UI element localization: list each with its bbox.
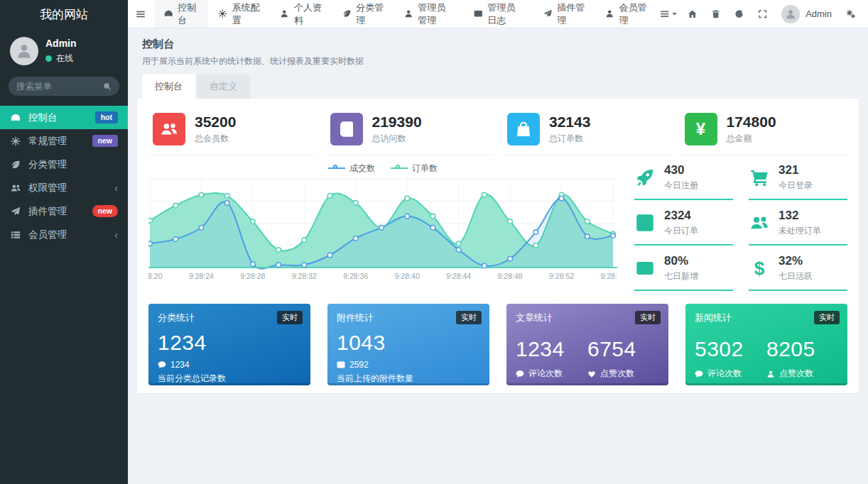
tab-label: 插件管理	[557, 1, 585, 27]
topbar: 控制台 系统配置 个人资料 分类管理 管理员管理 管理员日志 插件管理 会员管	[128, 0, 868, 28]
card-sub-value: 2592	[349, 360, 369, 370]
metric-value: 1234	[516, 337, 587, 361]
home-icon	[688, 9, 698, 19]
tab-category[interactable]: 分类管理	[332, 0, 394, 28]
yen-tile: ¥	[685, 113, 717, 145]
stat-label: 总订单数	[549, 133, 590, 145]
shopping-bag-icon	[515, 121, 532, 138]
sidebar-item-auth[interactable]: 权限管理 ‹	[0, 176, 128, 199]
stat-value: 430	[664, 163, 698, 177]
search-input[interactable]	[16, 82, 99, 92]
bag-tile	[507, 113, 540, 145]
main-content: 控制台 用于展示当前系统中的统计数据、统计报表及重要实时数据 控制台 自定义 3…	[128, 28, 868, 484]
avatar	[10, 37, 38, 65]
user-panel: Admin 在线	[0, 30, 128, 74]
chart-line-icon	[634, 214, 656, 232]
user-menu[interactable]: Admin	[774, 5, 839, 23]
stat-value: 321	[779, 163, 813, 177]
metric-value: 5302	[695, 337, 766, 361]
quick-stat-logins: 321 今日登录	[749, 161, 847, 200]
paper-plane-icon	[543, 9, 553, 18]
tab-member[interactable]: 会员管理	[595, 0, 657, 28]
sidebar-item-label: 控制台	[28, 111, 88, 124]
content-tabs: 控制台 自定义	[142, 75, 868, 99]
users-icon	[10, 183, 21, 193]
stat-label: 总访问数	[372, 133, 422, 145]
heart-icon	[587, 370, 596, 378]
chevron-left-icon: ‹	[114, 182, 118, 193]
hamburger-icon	[136, 9, 146, 19]
card-attachment-stats: 附件统计 实时 1043 2592 当前上传的附件数量	[327, 304, 489, 385]
sidebar-item-member[interactable]: 会员管理 ‹	[0, 223, 128, 246]
sidebar-item-label: 权限管理	[28, 182, 107, 194]
content-tab-dashboard[interactable]: 控制台	[142, 75, 195, 99]
sidebar-item-general[interactable]: 常规管理 new	[0, 129, 128, 153]
log-icon	[474, 9, 483, 18]
tab-addon[interactable]: 插件管理	[533, 0, 595, 28]
legend-item[interactable]: 成交数	[328, 163, 375, 175]
newspaper-icon	[634, 259, 656, 277]
orders-chart: 成交数订单数 9:28:209:28:249:28:289:28:329:28:…	[148, 161, 617, 291]
site-title: 我的网站	[0, 0, 128, 30]
trash-icon	[711, 9, 721, 19]
user-name: Admin	[805, 9, 832, 19]
book-tile	[330, 113, 363, 145]
sidebar-item-label: 常规管理	[28, 135, 85, 148]
tab-label: 分类管理	[356, 1, 384, 27]
search-icon[interactable]	[103, 82, 112, 91]
realtime-badge: 实时	[635, 311, 661, 324]
tab-admin[interactable]: 管理员管理	[394, 0, 464, 28]
rocket-icon	[634, 168, 656, 187]
svg-text:9:28:56: 9:28:56	[600, 272, 617, 280]
refresh-button[interactable]	[727, 0, 751, 28]
tab-label: 个人资料	[294, 1, 322, 27]
metric-label-text: 评论次数	[707, 368, 742, 380]
metric-likes: 8205 点赞次数	[766, 331, 838, 380]
tab-label: 管理员日志	[487, 1, 523, 27]
chart-legend: 成交数订单数	[148, 161, 617, 175]
stat-value: 132	[779, 209, 821, 223]
tab-profile[interactable]: 个人资料	[270, 0, 332, 28]
user-icon	[605, 9, 614, 18]
legend-item[interactable]: 订单数	[391, 163, 438, 175]
sidebar-item-dashboard[interactable]: 控制台 hot	[0, 106, 128, 129]
summary-total-visits: 219390 总访问数	[326, 107, 494, 155]
sidebar-item-category[interactable]: 分类管理	[0, 153, 128, 176]
user-icon	[280, 9, 289, 18]
card-category-stats: 分类统计 实时 1234 1234 当前分类总记录数	[148, 304, 310, 385]
leaf-icon	[342, 9, 352, 18]
tab-system-config[interactable]: 系统配置	[208, 0, 270, 28]
tab-list-dropdown[interactable]	[657, 0, 680, 28]
summary-total-amount: ¥ 174800 总金额	[680, 107, 848, 155]
tab-dashboard[interactable]: 控制台	[154, 0, 208, 28]
dashboard-icon	[164, 9, 173, 18]
fullscreen-button[interactable]	[751, 0, 774, 28]
legend-marker	[328, 167, 345, 169]
legend-label: 订单数	[412, 163, 438, 175]
home-button[interactable]	[680, 0, 704, 28]
user-icon	[404, 9, 413, 18]
metric-label-text: 点赞次数	[779, 368, 813, 380]
metric-label-text: 评论次数	[528, 368, 563, 380]
quick-stat-week-active: $ 32% 七日活跃	[749, 252, 847, 291]
svg-text:9:28:28: 9:28:28	[240, 272, 265, 280]
svg-text:9:28:40: 9:28:40	[395, 272, 420, 280]
stat-value: 35200	[195, 114, 236, 130]
comment-icon	[516, 370, 524, 378]
sidebar-toggle-button[interactable]	[128, 0, 154, 28]
tab-admin-log[interactable]: 管理员日志	[464, 0, 533, 28]
svg-text:9:28:36: 9:28:36	[343, 272, 368, 280]
clear-cache-button[interactable]	[704, 0, 727, 28]
content-tab-custom[interactable]: 自定义	[197, 75, 250, 99]
yen-icon: ¥	[693, 121, 710, 138]
tab-label: 控制台	[178, 1, 198, 27]
avatar	[781, 5, 800, 23]
refresh-icon	[734, 9, 744, 19]
expand-icon	[758, 9, 768, 19]
summary-row: 35200 总会员数 219390 总访问数 32143	[148, 107, 847, 155]
line-chart: 9:28:209:28:249:28:289:28:329:28:369:28:…	[148, 175, 617, 283]
sidebar-item-label: 分类管理	[28, 158, 118, 171]
settings-button[interactable]	[839, 0, 862, 28]
stat-label: 总金额	[727, 133, 776, 145]
sidebar-item-addon[interactable]: 插件管理 new	[0, 199, 128, 223]
